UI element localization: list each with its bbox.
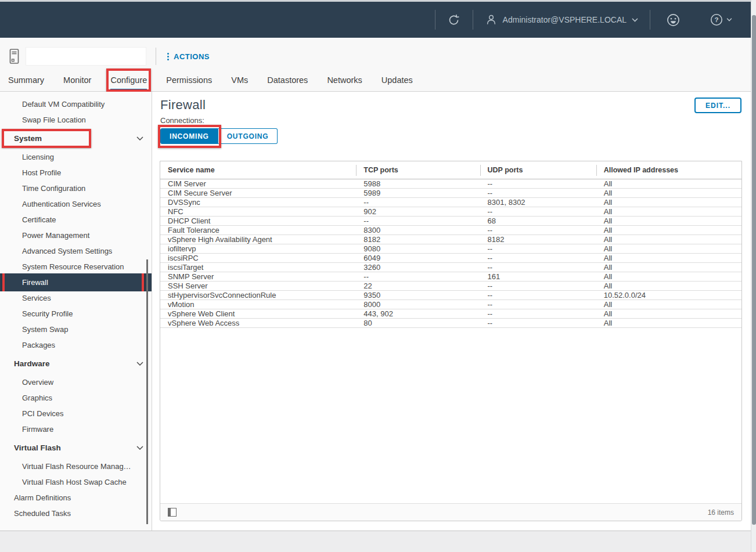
items-count: 16 items: [708, 508, 734, 517]
table-cell: iofiltervp: [160, 244, 356, 253]
table-cell: vMotion: [160, 300, 356, 309]
table-row[interactable]: vSphere Web Access80--All: [160, 319, 741, 328]
sidebar-item-virtual-flash-resource-manag[interactable]: Virtual Flash Resource Manag…: [0, 459, 152, 474]
table-cell: --: [480, 300, 596, 309]
tab-networks[interactable]: Networks: [327, 69, 362, 91]
sidebar-item-label: Authentication Services: [22, 200, 101, 208]
sidebar-item-label: Overview: [22, 378, 53, 387]
column-header-tcp-ports[interactable]: TCP ports: [356, 161, 480, 179]
table-cell: vSphere Web Client: [160, 309, 356, 318]
sidebar-item-authentication-services[interactable]: Authentication Services: [0, 196, 152, 212]
table-row[interactable]: NFC902--All: [160, 207, 741, 217]
sidebar-item-default-vm-compatibility[interactable]: Default VM Compatibility: [0, 96, 152, 112]
sidebar-item-advanced-system-settings[interactable]: Advanced System Settings: [0, 243, 152, 259]
column-header-udp-ports[interactable]: UDP ports: [480, 161, 596, 179]
table-cell: 8301, 8302: [480, 198, 596, 207]
table-row[interactable]: iscsiTarget3260--All: [160, 263, 741, 272]
sidebar-item-graphics[interactable]: Graphics: [0, 390, 152, 406]
sidebar-item-swap-file-location[interactable]: Swap File Location: [0, 112, 152, 128]
connections-tab-outgoing[interactable]: OUTGOING: [218, 128, 278, 144]
column-header-allowed-ip-addresses[interactable]: Allowed IP addresses: [596, 161, 741, 179]
table-cell: --: [480, 244, 596, 253]
sidebar-item-alarm-definitions[interactable]: Alarm Definitions: [0, 490, 152, 506]
column-header-service-name[interactable]: Service name: [160, 161, 356, 179]
sidebar-item-label: Firewall: [22, 278, 48, 287]
sidebar-item-packages[interactable]: Packages: [0, 337, 152, 353]
column-picker-button[interactable]: [168, 508, 177, 517]
table-cell: 8182: [480, 235, 596, 244]
sidebar-item-virtual-flash[interactable]: Virtual Flash: [0, 437, 152, 459]
smiley-icon: [666, 13, 681, 27]
table-row[interactable]: stHypervisorSvcConnectionRule9350--10.52…: [160, 291, 741, 300]
table-row[interactable]: Fault Tolerance8300--All: [160, 226, 741, 235]
sidebar-scrollbar-thumb[interactable]: [146, 259, 148, 524]
tab-datastores[interactable]: Datastores: [267, 69, 308, 91]
sidebar-item-label: System Resource Reservation: [22, 262, 124, 271]
sidebar-item-label: System Swap: [22, 325, 68, 334]
feedback-button[interactable]: [650, 13, 696, 27]
table-empty-area: [160, 328, 741, 503]
table-row[interactable]: iofiltervp9080--All: [160, 244, 741, 254]
tab-configure[interactable]: Configure: [110, 69, 147, 91]
sidebar-item-hardware[interactable]: Hardware: [0, 353, 152, 374]
main-panel: Firewall EDIT... Connections: INCOMINGOU…: [153, 92, 750, 531]
table-cell: 6049: [356, 254, 480, 262]
sidebar-item-virtual-flash-host-swap-cache[interactable]: Virtual Flash Host Swap Cache: [0, 474, 152, 490]
sidebar-item-label: Licensing: [22, 153, 54, 161]
tab-updates[interactable]: Updates: [381, 69, 413, 91]
sidebar-item-label: Advanced System Settings: [22, 247, 112, 255]
table-row[interactable]: DVSSync--8301, 8302All: [160, 198, 741, 207]
table-row[interactable]: vSphere Web Client443, 902--All: [160, 309, 741, 319]
table-cell: All: [596, 254, 741, 262]
edit-button[interactable]: EDIT...: [694, 98, 741, 113]
sidebar-item-certificate[interactable]: Certificate: [0, 212, 152, 228]
table-row[interactable]: vMotion8000--All: [160, 300, 741, 309]
table-row[interactable]: iscsiRPC6049--All: [160, 254, 741, 263]
sidebar-item-time-configuration[interactable]: Time Configuration: [0, 181, 152, 196]
connections-tab-incoming[interactable]: INCOMING: [160, 128, 218, 144]
tab-summary[interactable]: Summary: [8, 69, 44, 91]
sidebar-item-services[interactable]: Services: [0, 290, 152, 306]
host-icon: [8, 48, 20, 65]
table-cell: iscsiRPC: [160, 254, 356, 262]
sidebar-item-system-resource-reservation[interactable]: System Resource Reservation: [0, 259, 152, 275]
sidebar-item-label: Scheduled Tasks: [14, 509, 71, 518]
table-cell: --: [480, 226, 596, 234]
sidebar-item-firmware[interactable]: Firmware: [0, 421, 152, 437]
sidebar-item-power-management[interactable]: Power Management: [0, 228, 152, 243]
sidebar-item-firewall[interactable]: Firewall: [0, 273, 152, 291]
tab-monitor[interactable]: Monitor: [63, 69, 91, 91]
user-menu[interactable]: Administrator@VSPHERE.LOCAL: [473, 13, 650, 26]
page-scrollbar[interactable]: [751, 0, 756, 552]
tab-vms[interactable]: VMs: [231, 69, 248, 91]
table-row[interactable]: CIM Server5988--All: [160, 179, 741, 189]
sidebar: Default VM CompatibilitySwap File Locati…: [0, 92, 152, 531]
refresh-button[interactable]: [435, 13, 473, 27]
sidebar-item-security-profile[interactable]: Security Profile: [0, 306, 152, 322]
help-menu-button[interactable]: ?: [696, 13, 746, 27]
tab-permissions[interactable]: Permissions: [166, 69, 212, 91]
table-cell: 443, 902: [356, 309, 480, 318]
sidebar-item-system[interactable]: System: [0, 128, 152, 149]
table-row[interactable]: SNMP Server--161All: [160, 272, 741, 282]
topbar: Administrator@VSPHERE.LOCAL ?: [0, 2, 756, 38]
sidebar-item-system-swap[interactable]: System Swap: [0, 322, 152, 337]
table-cell: --: [480, 291, 596, 300]
sidebar-item-licensing[interactable]: Licensing: [0, 149, 152, 165]
sidebar-item-scheduled-tasks[interactable]: Scheduled Tasks: [0, 506, 152, 521]
table-row[interactable]: CIM Secure Server5989--All: [160, 189, 741, 198]
sidebar-item-label: Alarm Definitions: [14, 493, 71, 502]
sidebar-item-overview[interactable]: Overview: [0, 374, 152, 390]
table-row[interactable]: SSH Server22--All: [160, 282, 741, 291]
table-row[interactable]: DHCP Client--68All: [160, 217, 741, 226]
sidebar-item-host-profile[interactable]: Host Profile: [0, 165, 152, 181]
actions-button[interactable]: ACTIONS: [164, 52, 213, 62]
page-scrollbar-thumb[interactable]: [752, 15, 756, 525]
sidebar-item-label: Power Management: [22, 231, 89, 240]
table-cell: 902: [356, 207, 480, 216]
table-row[interactable]: vSphere High Availability Agent81828182A…: [160, 235, 741, 244]
table-cell: All: [596, 198, 741, 207]
table-cell: 5989: [356, 189, 480, 197]
sidebar-item-pci-devices[interactable]: PCI Devices: [0, 406, 152, 421]
user-icon: [485, 13, 498, 26]
